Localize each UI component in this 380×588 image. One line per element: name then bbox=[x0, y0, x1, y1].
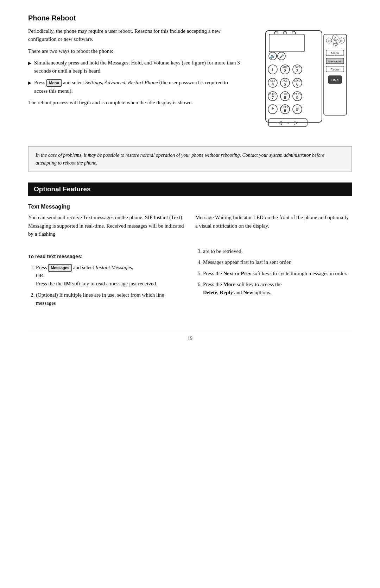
step1-press: Press bbox=[36, 265, 47, 270]
step1-italic: Instant Messages, bbox=[95, 265, 133, 270]
phone-reboot-para2: There are two ways to reboot the phone: bbox=[28, 47, 243, 55]
step-2: (Optional) If multiple lines are in use,… bbox=[36, 291, 185, 308]
svg-text:Hold: Hold bbox=[331, 78, 338, 82]
step6-suffix: options. bbox=[254, 290, 271, 295]
delete-key: Delete bbox=[203, 290, 217, 295]
svg-text:5: 5 bbox=[284, 81, 286, 87]
phone-diagram-col: ◁ △ ▽ ▷ Menu Messages Redial Hold 🔊 bbox=[253, 27, 352, 140]
svg-rect-1 bbox=[269, 34, 304, 52]
phone-reboot-title: Phone Reboot bbox=[28, 14, 352, 22]
svg-rect-8 bbox=[324, 34, 347, 115]
svg-text:🎤: 🎤 bbox=[279, 54, 284, 59]
page-number: 19 bbox=[188, 336, 192, 341]
step-5: Press the Next or Prev soft keys to cycl… bbox=[203, 270, 352, 278]
im-key: IM bbox=[64, 281, 71, 286]
bullet2-content: Press Menu and select Settings, Advanced… bbox=[34, 79, 243, 95]
prev-key: Prev bbox=[241, 271, 252, 276]
step2-text: (Optional) If multiple lines are in use,… bbox=[36, 292, 164, 306]
svg-text:1: 1 bbox=[272, 67, 274, 72]
messages-key: Messages bbox=[48, 264, 72, 272]
to-read-heading: To read text messages: bbox=[28, 253, 185, 261]
step1-or-text-content: Press the the IM soft key to read a mes­… bbox=[36, 281, 157, 286]
optional-features-banner: Optional Features bbox=[28, 182, 352, 196]
step-1: Press Messages and select Instant Messag… bbox=[36, 264, 185, 288]
svg-text:△: △ bbox=[334, 36, 337, 40]
step3-text: are to be retrieved. bbox=[203, 248, 242, 254]
bullet-item-1: Simultaneously press and hold the Messag… bbox=[28, 59, 243, 75]
step1-and-select: and select bbox=[73, 265, 95, 270]
step-3: are to be retrieved. bbox=[203, 247, 352, 255]
svg-text:▷: ▷ bbox=[340, 39, 343, 43]
text-messaging-right-text: Message Waiting Indicator LED on the fro… bbox=[195, 213, 352, 230]
note-box: In the case of problems, it may be possi… bbox=[28, 146, 352, 172]
more-key: More bbox=[223, 281, 236, 287]
text-messaging-title: Text Messaging bbox=[28, 204, 352, 210]
next-key: Next bbox=[223, 271, 234, 276]
text-messaging-steps-right: are to be retrieved. Messages appear fir… bbox=[195, 247, 352, 311]
svg-text:▷: ▷ bbox=[294, 119, 298, 125]
new-key: New bbox=[243, 290, 253, 295]
step5-prefix: Press the bbox=[203, 271, 222, 276]
step1-press-im-prefix: Press the bbox=[36, 281, 55, 286]
step6-content: Press the More soft key to access the De… bbox=[203, 281, 281, 295]
step-4: Messages appear first to last in sent or… bbox=[203, 258, 352, 266]
svg-text:Menu: Menu bbox=[331, 51, 339, 55]
step5-or: or bbox=[235, 271, 241, 276]
svg-text:6: 6 bbox=[296, 81, 299, 87]
step6-and: and bbox=[234, 290, 243, 295]
page-footer: 19 bbox=[28, 332, 352, 341]
menu-key: Menu bbox=[46, 79, 62, 87]
svg-text:▽: ▽ bbox=[334, 43, 337, 46]
phone-reboot-bullets: Simultaneously press and hold the Messag… bbox=[28, 59, 243, 95]
phone-diagram: ◁ △ ▽ ▷ Menu Messages Redial Hold 🔊 bbox=[255, 27, 350, 140]
banner-text: Optional Features bbox=[34, 185, 91, 193]
svg-text:🔊: 🔊 bbox=[270, 53, 276, 59]
svg-text:◁: ◁ bbox=[278, 119, 282, 125]
text-messaging-left-text: You can send and receive Text messages o… bbox=[28, 213, 185, 238]
text-messaging-right: Message Waiting Indicator LED on the fro… bbox=[195, 213, 352, 242]
svg-text:*: * bbox=[271, 106, 274, 112]
step1-content: Press Messages and select Instant Messag… bbox=[36, 265, 157, 287]
steps-list-right: are to be retrieved. Messages appear fir… bbox=[195, 247, 352, 297]
step5-content: Press the Next or Prev soft keys to cycl… bbox=[203, 271, 347, 276]
step5-suffix: soft keys to cycle through messages in o… bbox=[253, 271, 347, 276]
step6-mid: soft key to access the bbox=[237, 281, 281, 287]
note-text: In the case of problems, it may be possi… bbox=[36, 153, 324, 166]
reply-key: Reply bbox=[220, 290, 233, 295]
step1-or-suffix: soft key to read a mes­sage just receive… bbox=[72, 281, 157, 286]
svg-text:0: 0 bbox=[284, 108, 286, 113]
bullet1-text: Simultaneously press and hold the Messag… bbox=[34, 59, 243, 75]
bullet2-italic: Settings, Advanced, Restart Phone bbox=[85, 80, 158, 85]
svg-text:3: 3 bbox=[296, 68, 299, 73]
svg-text:2: 2 bbox=[284, 68, 286, 73]
text-messaging-intro: You can send and receive Text messages o… bbox=[28, 213, 352, 242]
svg-text:◁: ◁ bbox=[328, 39, 330, 43]
phone-reboot-para1: Periodically, the phone may require a us… bbox=[28, 27, 243, 44]
step1-or: OR bbox=[36, 273, 43, 278]
step-6: Press the More soft key to access the De… bbox=[203, 280, 352, 297]
phone-reboot-left-col: Periodically, the phone may require a us… bbox=[28, 27, 243, 140]
svg-rect-0 bbox=[266, 31, 322, 122]
svg-text:4: 4 bbox=[272, 81, 274, 87]
text-messaging-left: You can send and receive Text messages o… bbox=[28, 213, 185, 242]
svg-text:○: ○ bbox=[286, 120, 289, 125]
steps-list-left: Press Messages and select Instant Messag… bbox=[28, 264, 185, 307]
svg-text:#: # bbox=[296, 106, 299, 112]
bullet2-press-text: Press bbox=[34, 80, 45, 85]
step4-text: Messages appear first to last in sent or… bbox=[203, 259, 292, 265]
bullet-item-2: Press Menu and select Settings, Advanced… bbox=[28, 79, 243, 95]
phone-reboot-para3: The reboot process will begin and is com… bbox=[28, 99, 243, 107]
text-messaging-steps-cols: To read text messages: Press Messages an… bbox=[28, 247, 352, 311]
svg-text:9: 9 bbox=[296, 95, 299, 100]
step6-prefix: Press the bbox=[203, 281, 222, 287]
svg-text:8: 8 bbox=[284, 95, 286, 100]
text-messaging-steps-left: To read text messages: Press Messages an… bbox=[28, 247, 185, 311]
svg-text:Redial: Redial bbox=[330, 68, 340, 71]
svg-text:7: 7 bbox=[272, 95, 274, 100]
svg-text:Messages: Messages bbox=[328, 60, 342, 63]
